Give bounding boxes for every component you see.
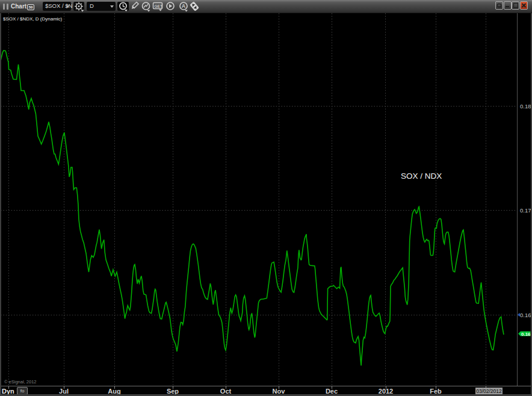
svg-text:0.16: 0.16 bbox=[520, 312, 531, 318]
svg-text:GET: GET bbox=[155, 4, 162, 8]
svg-text:0.16: 0.16 bbox=[521, 332, 531, 337]
svg-text:0.17: 0.17 bbox=[520, 207, 531, 214]
svg-text:A: A bbox=[182, 3, 186, 9]
svg-text:0.18: 0.18 bbox=[520, 103, 531, 110]
